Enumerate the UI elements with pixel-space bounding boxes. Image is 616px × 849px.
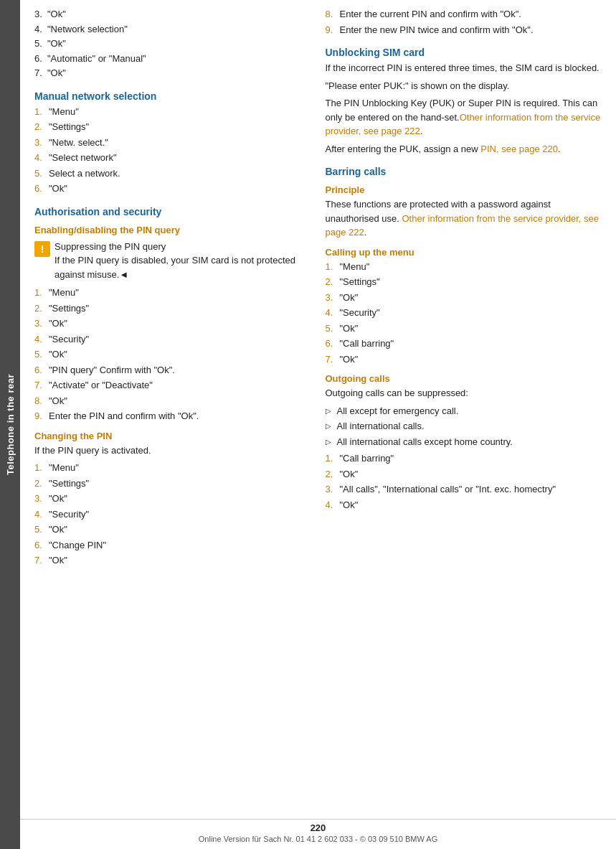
list-item: 5."Ok" bbox=[34, 522, 311, 537]
list-item: 1."Menu" bbox=[34, 286, 311, 300]
list-item: 4."Security" bbox=[326, 306, 602, 320]
list-item: 5."Ok" bbox=[34, 347, 311, 362]
list-item: 5."Ok" bbox=[326, 322, 602, 336]
calling-menu-section: Calling up the menu 1."Menu" 2."Settings… bbox=[326, 247, 602, 367]
unblocking-para3: The PIN Unblocking Key (PUK) or Super PI… bbox=[326, 96, 602, 139]
list-item: 4."Security" bbox=[34, 332, 311, 347]
outgoing-calls-intro: Outgoing calls can be suppressed: bbox=[326, 386, 602, 400]
principle-heading: Principle bbox=[326, 184, 602, 195]
left-column: 3."Ok" 4."Network selection" 5."Ok" 6."A… bbox=[34, 7, 311, 569]
unblocking-section: Unblocking SIM card If the incorrect PIN… bbox=[326, 47, 602, 156]
changing-pin-list: 1."Menu" 2."Settings" 3."Ok" 4."Security… bbox=[34, 461, 311, 568]
list-item: 4."Select network" bbox=[34, 151, 311, 165]
footer: 220 Online Version für Sach Nr. 01 41 2 … bbox=[20, 819, 616, 843]
warning-icon: ! bbox=[34, 241, 50, 257]
principle-section: Principle These functions are protected … bbox=[326, 184, 602, 240]
list-item: 5.Select a network. bbox=[34, 166, 311, 181]
unblocking-heading: Unblocking SIM card bbox=[326, 47, 602, 58]
list-item: 2."Settings" bbox=[34, 477, 311, 491]
list-item: 1."Menu" bbox=[326, 260, 602, 274]
list-item: All international calls. bbox=[326, 419, 602, 433]
list-item: 7."Ok" bbox=[34, 66, 311, 80]
list-item: 5."Ok" bbox=[34, 37, 311, 51]
list-item: 4."Network selection" bbox=[34, 22, 311, 37]
list-item: 3."All calls", "International calls" or … bbox=[326, 482, 602, 497]
list-item: 7."Ok" bbox=[34, 553, 311, 568]
list-item: 3."Ok" bbox=[34, 316, 311, 331]
principle-para1: These functions are protected with a pas… bbox=[326, 197, 602, 240]
barring-calls-section: Barring calls bbox=[326, 166, 602, 177]
list-item: 4."Security" bbox=[34, 507, 311, 522]
enabling-pin-section: Enabling/disabling the PIN query ! Suppr… bbox=[34, 225, 311, 423]
link-pin-page[interactable]: PIN, see page 220 bbox=[480, 144, 558, 154]
list-item: 6."PIN query" Confirm with "Ok". bbox=[34, 363, 311, 377]
list-item: 2."Ok" bbox=[326, 467, 602, 482]
list-item: 4."Ok" bbox=[326, 498, 602, 512]
top-continuation-list: 3."Ok" 4."Network selection" 5."Ok" 6."A… bbox=[34, 7, 311, 80]
list-item: 8.Enter the current PIN and confirm with… bbox=[326, 7, 602, 22]
list-item: 3."Ok" bbox=[34, 7, 311, 22]
outgoing-calls-bullets: All except for emergency call. All inter… bbox=[326, 404, 602, 449]
calling-menu-list: 1."Menu" 2."Settings" 3."Ok" 4."Security… bbox=[326, 260, 602, 367]
auth-security-section: Authorisation and security bbox=[34, 206, 311, 217]
sidebar-label: Telephone in the rear bbox=[5, 374, 16, 475]
list-item: 7."Ok" bbox=[326, 352, 602, 367]
outgoing-calls-section: Outgoing calls Outgoing calls can be sup… bbox=[326, 373, 602, 512]
warning-text: Suppressing the PIN query If the PIN que… bbox=[55, 240, 311, 282]
list-item: All except for emergency call. bbox=[326, 404, 602, 418]
list-item: 2."Settings" bbox=[34, 301, 311, 316]
warning-box: ! Suppressing the PIN query If the PIN q… bbox=[34, 240, 311, 282]
list-item: 3."Ok" bbox=[326, 291, 602, 305]
list-item: 1."Menu" bbox=[34, 461, 311, 475]
enabling-pin-heading: Enabling/disabling the PIN query bbox=[34, 225, 311, 235]
list-item: 7."Activate" or "Deactivate" bbox=[34, 378, 311, 393]
barring-calls-heading: Barring calls bbox=[326, 166, 602, 177]
unblocking-para4: After entering the PUK, assign a new PIN… bbox=[326, 142, 602, 156]
calling-menu-heading: Calling up the menu bbox=[326, 247, 602, 258]
changing-pin-section: Changing the PIN If the PIN query is act… bbox=[34, 431, 311, 568]
manual-network-heading: Manual network selection bbox=[34, 90, 311, 102]
list-item: 1."Menu" bbox=[34, 105, 311, 119]
unblocking-para2: "Please enter PUK:" is shown on the disp… bbox=[326, 79, 602, 93]
list-item: 1."Call barring" bbox=[326, 451, 602, 466]
list-item: 3."Ok" bbox=[34, 492, 311, 506]
changing-pin-intro: If the PIN query is activated. bbox=[34, 444, 311, 458]
outgoing-calls-list: 1."Call barring" 2."Ok" 3."All calls", "… bbox=[326, 451, 602, 512]
list-item: 6."Call barring" bbox=[326, 337, 602, 351]
list-item: 2."Settings" bbox=[34, 120, 311, 134]
page-number: 220 bbox=[20, 822, 616, 833]
list-item: 3."Netw. select." bbox=[34, 136, 311, 150]
auth-security-heading: Authorisation and security bbox=[34, 206, 311, 217]
list-item: 9.Enter the new PIN twice and confirm wi… bbox=[326, 23, 602, 37]
outgoing-calls-heading: Outgoing calls bbox=[326, 373, 602, 384]
right-column: 8.Enter the current PIN and confirm with… bbox=[326, 7, 602, 569]
unblocking-para1: If the incorrect PIN is entered three ti… bbox=[326, 61, 602, 75]
list-item: 2."Settings" bbox=[326, 275, 602, 289]
sidebar: Telephone in the rear bbox=[0, 0, 20, 849]
list-item: 6."Ok" bbox=[34, 182, 311, 196]
manual-network-list: 1."Menu" 2."Settings" 3."Netw. select." … bbox=[34, 105, 311, 196]
enabling-pin-list: 1."Menu" 2."Settings" 3."Ok" 4."Security… bbox=[34, 286, 311, 423]
list-item: 9.Enter the PIN and confirm with "Ok". bbox=[34, 409, 311, 423]
footer-text: Online Version für Sach Nr. 01 41 2 602 … bbox=[199, 835, 437, 843]
manual-network-section: Manual network selection 1."Menu" 2."Set… bbox=[34, 90, 311, 196]
changing-pin-heading: Changing the PIN bbox=[34, 431, 311, 441]
list-item: All international calls except home coun… bbox=[326, 435, 602, 449]
list-item: 6."Automatic" or "Manual" bbox=[34, 52, 311, 66]
list-item: 6."Change PIN" bbox=[34, 538, 311, 553]
list-item: 8."Ok" bbox=[34, 394, 311, 408]
steps-8-9-list: 8.Enter the current PIN and confirm with… bbox=[326, 7, 602, 37]
